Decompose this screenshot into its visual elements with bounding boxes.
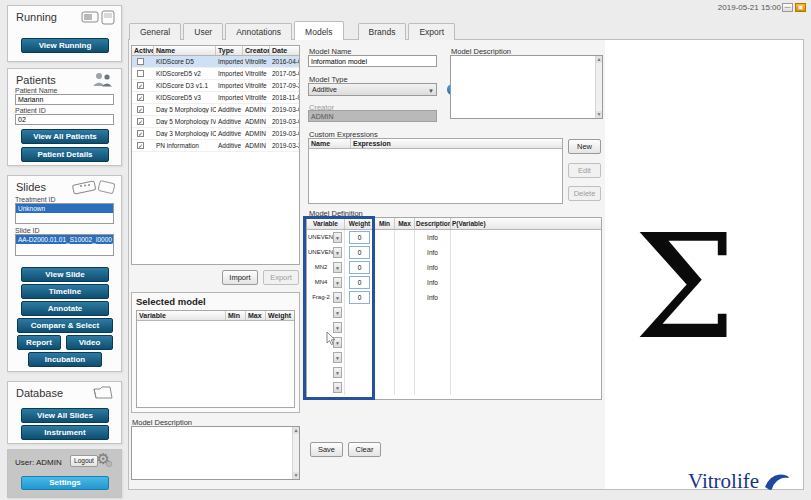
sel-col-min[interactable]: Min bbox=[226, 311, 246, 320]
definition-max-cell bbox=[395, 320, 415, 335]
incubation-button[interactable]: Incubation bbox=[28, 352, 102, 367]
left-model-description-textarea[interactable]: ▲▼ bbox=[131, 426, 300, 480]
model-name-cell: Day 3 Morphology ICSI bbox=[154, 130, 216, 137]
definition-description-cell bbox=[415, 320, 451, 335]
definition-pvariable-cell bbox=[451, 365, 601, 380]
variable-dropdown-icon[interactable]: ▼ bbox=[333, 247, 342, 258]
patient-id-input[interactable] bbox=[15, 114, 114, 125]
weight-input[interactable] bbox=[349, 246, 370, 259]
model-active-checkbox[interactable]: ✓ bbox=[137, 130, 144, 137]
slide-id-list[interactable]: AA-D2000.01.01_S10002_I0000_P bbox=[15, 234, 114, 256]
patient-name-input[interactable] bbox=[15, 94, 114, 105]
view-running-button[interactable]: View Running bbox=[21, 38, 109, 53]
tab-export[interactable]: Export bbox=[408, 23, 455, 40]
model-type-cell: Imported bbox=[216, 82, 243, 89]
treatment-id-selected[interactable]: Unknown bbox=[16, 204, 113, 213]
creator-input bbox=[308, 110, 437, 122]
model-row[interactable]: KIDScore D5ImportedVitrolife2016-04-07 bbox=[132, 56, 299, 68]
instrument-button[interactable]: Instrument bbox=[21, 425, 109, 440]
definition-variable-cell: UNEVEN4▼ bbox=[307, 245, 345, 260]
sel-col-variable[interactable]: Variable bbox=[137, 311, 226, 320]
timeline-button[interactable]: Timeline bbox=[21, 284, 109, 299]
scroll-down-icon[interactable]: ▼ bbox=[596, 111, 602, 118]
save-button[interactable]: Save bbox=[310, 442, 343, 457]
scroll-up-icon[interactable]: ▲ bbox=[596, 56, 602, 63]
model-active-checkbox[interactable]: ✓ bbox=[137, 82, 144, 89]
scroll-down-icon[interactable]: ▼ bbox=[293, 472, 299, 479]
col-name[interactable]: Name bbox=[154, 46, 216, 55]
ce-col-name[interactable]: Name bbox=[309, 139, 351, 148]
model-row[interactable]: ✓PN informationAdditiveADMIN2019-03-22 bbox=[132, 140, 299, 152]
tab-models[interactable]: Models bbox=[294, 21, 343, 40]
variable-dropdown-icon[interactable]: ▼ bbox=[333, 307, 342, 318]
new-button[interactable]: New bbox=[568, 139, 601, 154]
def-col-variable[interactable]: Variable bbox=[307, 218, 345, 229]
model-row[interactable]: ✓KIDScore D3 v1.1ImportedVitrolife2017-0… bbox=[132, 80, 299, 92]
export-button[interactable]: Export bbox=[263, 270, 299, 285]
weight-input[interactable] bbox=[349, 291, 370, 304]
model-active-checkbox[interactable] bbox=[137, 58, 144, 65]
definition-max-cell bbox=[395, 365, 415, 380]
tab-general[interactable]: General bbox=[129, 23, 181, 40]
report-button[interactable]: Report bbox=[17, 335, 61, 350]
restore-button[interactable]: ▣ bbox=[795, 3, 806, 12]
variable-dropdown-icon[interactable]: ▼ bbox=[333, 367, 342, 378]
variable-dropdown-icon[interactable]: ▼ bbox=[333, 292, 342, 303]
treatment-id-list[interactable]: Unknown bbox=[15, 203, 114, 224]
compare-select-button[interactable]: Compare & Select bbox=[17, 318, 113, 333]
variable-dropdown-icon[interactable]: ▼ bbox=[333, 382, 342, 393]
tab-user[interactable]: User bbox=[183, 23, 223, 40]
col-date[interactable]: Date bbox=[270, 46, 299, 55]
def-col-pvariable[interactable]: P(Variable) bbox=[451, 218, 601, 229]
model-row[interactable]: KIDScoreD5 v2ImportedVitrolife2017-05-01 bbox=[132, 68, 299, 80]
clear-button[interactable]: Clear bbox=[348, 442, 381, 457]
settings-button[interactable]: Settings bbox=[21, 476, 109, 490]
variable-dropdown-icon[interactable]: ▼ bbox=[333, 352, 342, 363]
col-creator[interactable]: Creator bbox=[243, 46, 270, 55]
def-col-min[interactable]: Min bbox=[375, 218, 395, 229]
minimize-button[interactable]: — bbox=[782, 3, 793, 12]
view-all-slides-button[interactable]: View All Slides bbox=[21, 408, 109, 423]
model-active-checkbox[interactable] bbox=[137, 70, 144, 77]
model-row[interactable]: ✓KIDScoreD5 v3ImportedVitrolife2018-11-0… bbox=[132, 92, 299, 104]
video-button[interactable]: Video bbox=[66, 335, 113, 350]
view-all-patients-button[interactable]: View All Patients bbox=[21, 129, 109, 144]
model-row[interactable]: ✓Day 3 Morphology ICSIAdditiveADMIN2019-… bbox=[132, 128, 299, 140]
variable-dropdown-icon[interactable]: ▼ bbox=[333, 232, 342, 243]
variable-dropdown-icon[interactable]: ▼ bbox=[333, 262, 342, 273]
model-active-checkbox[interactable]: ✓ bbox=[137, 118, 144, 125]
variable-dropdown-icon[interactable]: ▼ bbox=[333, 277, 342, 288]
tab-brands[interactable]: Brands bbox=[358, 23, 407, 40]
weight-input[interactable] bbox=[349, 261, 370, 274]
def-col-description[interactable]: Description bbox=[415, 218, 451, 229]
variable-name: MN4 bbox=[308, 279, 334, 285]
weight-input[interactable] bbox=[349, 231, 370, 244]
view-slide-button[interactable]: View Slide bbox=[21, 267, 109, 282]
sel-col-weight[interactable]: Weight bbox=[266, 311, 294, 320]
model-description-textarea[interactable]: ▲▼ bbox=[450, 55, 603, 119]
model-type-dropdown[interactable]: Additive ▼ bbox=[308, 83, 437, 96]
def-col-weight[interactable]: Weight bbox=[345, 218, 375, 229]
model-row[interactable]: ✓Day 5 Morphology ICSIAdditiveADMIN2019-… bbox=[132, 104, 299, 116]
patient-details-button[interactable]: Patient Details bbox=[21, 147, 109, 162]
slide-id-selected[interactable]: AA-D2000.01.01_S10002_I0000_P bbox=[16, 235, 113, 244]
sel-col-max[interactable]: Max bbox=[246, 311, 266, 320]
import-button[interactable]: Import bbox=[222, 270, 258, 285]
model-active-checkbox[interactable]: ✓ bbox=[137, 106, 144, 113]
annotate-button[interactable]: Annotate bbox=[21, 301, 109, 316]
col-type[interactable]: Type bbox=[216, 46, 243, 55]
scroll-up-icon[interactable]: ▲ bbox=[293, 427, 299, 434]
ce-col-expression[interactable]: Expression bbox=[351, 139, 562, 148]
logout-button[interactable]: Logout bbox=[70, 455, 98, 467]
model-row[interactable]: ✓Day 5 Morphology IVFAdditiveADMIN2019-0… bbox=[132, 116, 299, 128]
def-col-max[interactable]: Max bbox=[395, 218, 415, 229]
edit-button[interactable]: Edit bbox=[568, 163, 601, 178]
delete-button[interactable]: Delete bbox=[568, 186, 601, 201]
model-active-checkbox[interactable]: ✓ bbox=[137, 142, 144, 149]
tab-annotations[interactable]: Annotations bbox=[225, 23, 292, 40]
weight-input[interactable] bbox=[349, 276, 370, 289]
model-active-checkbox[interactable]: ✓ bbox=[137, 94, 144, 101]
definition-description-cell bbox=[415, 305, 451, 320]
model-name-input[interactable] bbox=[308, 55, 437, 67]
col-active[interactable]: Active bbox=[132, 46, 154, 55]
